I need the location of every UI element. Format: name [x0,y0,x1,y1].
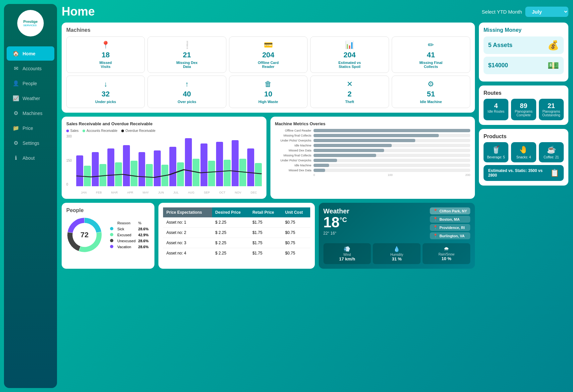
hbar-label-0: Offline Card Reader [275,129,312,132]
weather-city-burlington--va[interactable]: 📍Burlington, VA [430,232,470,239]
bar-group-JUL [169,147,184,186]
y-axis-labels: 3001500 [66,135,72,186]
price-desired-1: $ 2.25 [212,228,249,238]
header: Home Select YTD Month July January Febru… [62,5,568,19]
rain/snow-label: Rain/Snow [425,252,468,256]
donut-chart: 72 [66,217,103,253]
ytd-month-select[interactable]: July January February March April May Ju… [525,7,568,17]
weather-city-boston--ma[interactable]: 📍Boston, MA [430,216,470,223]
legend-row-Sick: Sick 28.6% [109,226,150,232]
x-axis-labels: JANFEBMARAPRMAYJUNJULAUGSEPOCTNOVDEC [76,191,262,194]
bar-sales-DEC [247,148,254,186]
wind-label: Wind [325,253,369,256]
product-label: Coffee: 21 [544,155,559,159]
weather-icon: 📈 [13,95,19,101]
sidebar-item-price[interactable]: 📁 Price [7,121,54,135]
bar-sales-JUN [154,150,161,187]
people-panel: People 72 Reason% [62,203,154,269]
metric-card-4[interactable]: ✏ 41 Missing FinalCollects [392,36,470,73]
metric-label-7: High Waste [258,100,278,104]
bar-ar-MAR [115,162,122,186]
route-number: 4 [487,102,505,110]
weather-range: 22° 16° [323,231,350,236]
bar-ar-MAY [146,164,153,186]
sales-chart-legend: Sales Accounts Receivable Overdue Receiv… [66,129,262,133]
metric-label-6: Over picks [178,100,196,104]
hbar-track-1 [314,134,471,137]
location-icon: 📍 [433,217,438,221]
sidebar-item-weather[interactable]: 📈 Weather [7,91,54,105]
bar-ar-JAN [84,166,91,186]
weather-city-providence--ri[interactable]: 📍Providence, RI [430,224,470,231]
bar-group-APR [123,145,138,186]
metric-card-2[interactable]: 💳 204 Offline CardReader [229,36,308,73]
metric-card-9[interactable]: ⚙ 51 Idle Machine [392,76,470,108]
bar-ar-APR [131,161,138,187]
hbar-label-6: Under Picks/ Overpicks [275,159,312,162]
price-col-retail: Retail Price [249,207,282,217]
metric-card-0[interactable]: 📍 18 MissedVisits [66,36,145,73]
price-panel: Price Expectations Desired Price Retail … [158,203,315,269]
hbar-track-3 [314,144,471,147]
bar-group-OCT [216,142,231,186]
hbar-track-0 [314,129,471,132]
product-label: Beverage: 5 [487,155,505,159]
price-asset-2: Asset no: 3 [163,238,212,248]
mm-amount-label: $14000 [488,62,508,69]
legend-dot-Vacation [110,245,113,248]
metric-number-7: 10 [264,90,272,98]
hbar-track-8 [314,169,471,172]
bar-group-AUG [185,138,200,186]
hbar-row-1: Missing final Collects [275,134,471,137]
mm-amount-icon: 💵 [547,60,559,71]
bar-sales-JUL [169,147,176,186]
hbar-label-1: Missing final Collects [275,134,312,137]
metric-card-3[interactable]: 📊 204 Estimated vsStatics Spoil [310,36,389,73]
metric-card-5[interactable]: ↓ 32 Under picks [66,76,145,108]
metric-card-1[interactable]: ❕ 21 Missing DexData [147,36,226,73]
price-desired-2: $ 2.25 [212,238,249,248]
price-row-0: Asset no: 1 $ 2.25 $1.75 $0.75 [163,217,310,228]
metric-icon-4: ✏ [428,41,434,49]
hbar-row-8: Missed Dex Data [275,169,471,172]
metric-number-1: 21 [183,51,191,59]
price-retail-2: $1.75 [249,238,282,248]
products-bottom-row: Estimated vs. Static: 3500 vs 2800 📋 [484,165,564,181]
sidebar-item-accounts[interactable]: ✉ Accounts [7,61,54,76]
product-card-coffee----: ☕ Coffee: 21 [539,142,564,162]
metric-card-6[interactable]: ↑ 40 Over picks [147,76,226,108]
route-label: Idle Routes [487,110,505,113]
sidebar-item-people[interactable]: 👤 People [7,76,54,90]
bar-ar-DEC [255,163,262,186]
rain/snow-value: 10 % [425,256,468,261]
metric-icon-5: ↓ [104,80,107,88]
metric-number-3: 204 [344,51,356,59]
sidebar-label-weather: Weather [23,96,40,101]
hbar-track-6 [314,159,471,162]
weather-temp: 18°C [323,215,350,230]
hbar-fill-3 [314,144,392,147]
weather-cities: 📍Clifton Park, NY📍Boston, MA📍Providence,… [430,207,470,239]
bottom-row: People 72 Reason% [62,203,475,269]
weather-stat-wind: 💨 Wind 17 km/h [323,243,371,264]
hbar-fill-6 [314,159,337,162]
location-icon: 📍 [433,209,438,213]
sidebar-item-settings[interactable]: ⚙ Settings [7,136,54,150]
ytd-section: Select YTD Month July January February M… [482,7,568,17]
metric-icon-6: ↑ [185,80,189,88]
donut-area: 72 Reason% Sick 28.6% Excused 42.9% Unex… [66,217,150,253]
hbar-track-7 [314,164,471,167]
metric-label-5: Under picks [95,100,116,104]
metric-card-8[interactable]: ✕ 2 Theft [310,76,389,108]
sidebar-label-price: Price [23,126,33,131]
sidebar-item-home[interactable]: 🏠 Home [7,46,54,61]
sidebar-item-machines[interactable]: ⚙ Machines [7,106,54,120]
metric-icon-0: 📍 [101,41,110,49]
mm-title: Missing Money [484,27,564,33]
content-grid: Machines 📍 18 MissedVisits ❕ 21 Missing … [62,23,568,269]
hbar-label-7: Idle Machine [275,164,312,167]
bar-ar-AUG [193,159,200,186]
weather-city-clifton-park--ny[interactable]: 📍Clifton Park, NY [430,207,470,214]
sidebar-item-about[interactable]: ℹ About [7,151,54,165]
metric-card-7[interactable]: 🗑 10 High Waste [229,76,308,108]
